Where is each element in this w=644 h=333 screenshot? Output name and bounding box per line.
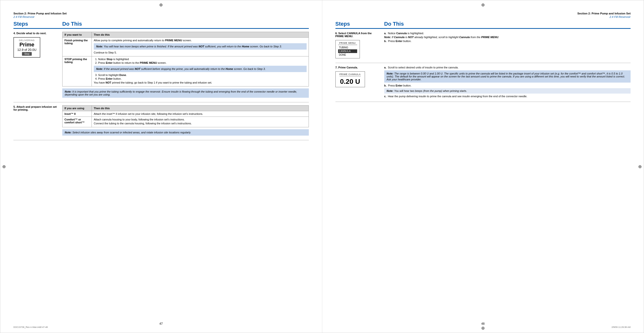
prime-cannula-title: PRIME CANNULA [340,73,361,76]
left-dothis-header: Do This [62,21,309,27]
right-header-row: Steps Do This [336,21,631,29]
step4-list1: Notice Stop is highlighted Press Enter b… [98,58,306,64]
step4-col1-header: If you want to [62,32,92,38]
step5-col2-header: Then do this [92,106,309,111]
step4-note2: Note: If the amount primed was NOT suffi… [94,66,306,72]
step-5-label: 5. [14,105,16,108]
step4-col2-header: Then do this [92,32,309,38]
device-label: DELIVERING [17,39,37,42]
step4-r2-c2: Notice Stop is highlighted Press Enter b… [92,57,309,87]
right-page: ⊕ ⊕ ⊕ Section 2: Prime Pump and Infusion… [322,0,644,333]
step-4-title: Decide what to do next. [16,32,46,35]
step4-table: If you want to Then do this Finish primi… [62,32,309,87]
step-6-row: 6. Select CANNULA from the PRIME MENU. P… [336,29,631,63]
step4-r2-c1: STOP priming the tubing [62,57,92,87]
prime-menu-item-cannula: CANNULA [338,49,357,53]
prime-cannula-value: 0.20 U [340,78,361,86]
step7-b: b. Press Enter button. [384,84,631,87]
crosshair-left: ⊕ [2,164,6,169]
step-7-left: 7. Prime Cannula. PRIME CANNULA 0.20 U [336,66,384,99]
step4-row1: Finish priming the tubing Allow pump to … [62,38,309,57]
step-5-row: 5. Attach and prepare infusion set for p… [14,102,309,140]
prime-cannula-device: PRIME CANNULA 0.20 U [336,71,365,87]
step-6-title: Select CANNULA from the PRIME MENU. [336,32,372,38]
left-steps-header: Steps [14,21,62,27]
step5-col1-header: If you are using [62,106,92,111]
step5-r1-c2: Attach the inset™ II infusion set to you… [92,111,309,117]
left-footer: DOC15736_Rev-A-Man.indd 47-48 [14,326,48,328]
device-subvalue: 12.9 of 20.0U [17,48,37,52]
left-page-number: 47 [160,322,162,325]
prime-device: DELIVERING Prime 12.9 of 20.0U Stop [14,37,40,58]
step-6-right: a. Notice Cannula is highlighted. Note: … [384,32,631,60]
step7-note1: Note: The range is between 0.00 U and 1.… [384,70,631,83]
step5-r2-c1: Comfort™ or comfort short™ [62,117,92,127]
step4-r1-c2: Allow pump to complete priming and autom… [92,38,309,57]
left-section-sub: 2.4 Fill Reservoir [14,16,309,18]
right-steps-header: Steps [336,21,384,27]
device-value: Prime [17,42,37,48]
prime-menu-device: PRIME MENU TUBING CANNULA DONE [336,40,360,58]
step-4-row: 4. Decide what to do next. DELIVERING Pr… [14,29,309,102]
step-4-label: 4. [14,32,16,35]
step4-bottom-note: Note: It is important that you prime the… [62,89,309,98]
step6-a: a. Notice Cannula is highlighted. [384,32,631,35]
prime-menu-item-done: DONE [338,53,357,57]
step4-li3: Scroll to highlight Done. [98,74,306,77]
step7-c: c. Hear the pump delivering insulin to p… [384,95,631,98]
step-7-right: a. Scroll to select desired units of ins… [384,66,631,99]
step7-a: a. Scroll to select desired units of ins… [384,66,631,69]
step4-li2: Press Enter button to return to the PRIM… [98,61,306,64]
right-dothis-header: Do This [384,21,631,27]
right-section-header: Section 2: Prime Pump and Infusion Set [577,12,630,15]
right-section-sub: 2.4 Fill Reservoir [577,16,630,18]
crosshair-bottom: ⊕ [481,325,485,331]
step4-note1: Note: You will hear two more beeps when … [94,43,306,50]
stop-button: Stop [22,52,32,56]
step-7-title: Prime Cannula. [338,66,358,69]
step-5-left: 5. Attach and prepare infusion set for p… [14,105,62,137]
step4-list2: Scroll to highlight Done. Press Enter bu… [98,74,306,80]
prime-menu-item-tubing: TUBING [338,46,357,49]
step5-row2: Comfort™ or comfort short™ Attach cannul… [62,117,309,127]
step-5-title: Attach and prepare infusion set for prim… [14,105,57,111]
right-page-number: 48 [482,322,484,325]
step5-r1-c1: Inset™ II [62,111,92,117]
crosshair-right: ⊕ [638,164,642,169]
step-7-label: 7. [336,66,338,69]
step5-bottom-note: Note: Select infusion sites away from sc… [62,129,309,136]
prime-menu-title: PRIME MENU [338,42,357,45]
crosshair-top-right: ⊕ [481,2,485,8]
step-4-right: If you want to Then do this Finish primi… [62,32,309,99]
step-6-label: 6. [336,32,338,35]
step4-li4: Press Enter button. [98,77,306,80]
step-7-row: 7. Prime Cannula. PRIME CANNULA 0.20 U a… [336,63,631,102]
step5-r2-c2: Attach cannula housing to your body, fol… [92,117,309,127]
step-4-left: 4. Decide what to do next. DELIVERING Pr… [14,32,62,99]
step4-row2: STOP priming the tubing Notice Stop is h… [62,57,309,87]
right-footer: 2/9/09 11:29:38 AM [612,326,630,328]
step-5-right: If you are using Then do this Inset™ II … [62,105,309,137]
step4-not-primed: You have NOT primed the tubing; go back … [94,81,306,84]
step4-r1-c1: Finish priming the tubing [62,38,92,57]
crosshair-top: ⊕ [159,2,163,8]
step6-note1: Note: If Cannula is NOT already highligh… [384,36,631,39]
step7-note2: Note: You will hear two beeps (from the … [384,88,631,94]
step6-b: b. Press Enter button. [384,40,631,43]
step-6-left: 6. Select CANNULA from the PRIME MENU. P… [336,32,384,60]
left-page: ⊕ ⊕ Section 2: Prime Pump and Infusion S… [0,0,322,333]
left-header-row: Steps Do This [14,21,309,29]
left-section-header: Section 2: Prime Pump and Infusion Set [14,12,309,15]
step4-li1: Notice Stop is highlighted [98,58,306,61]
step5-table: If you are using Then do this Inset™ II … [62,105,309,127]
step5-row1: Inset™ II Attach the inset™ II infusion … [62,111,309,117]
